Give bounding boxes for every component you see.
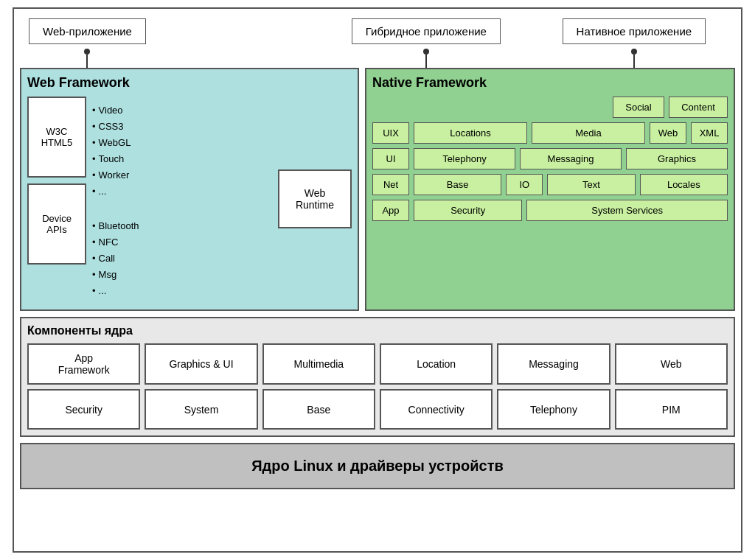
app-types-row: Web-приложение Гибридное приложение Нати… — [14, 9, 741, 68]
hybrid-dot — [423, 49, 429, 55]
linux-bar: Ядро Linux и драйверы устройств — [20, 443, 735, 489]
nf-row2: UI Telephony Messaging Graphics — [372, 148, 728, 169]
nf-row3: Net Base IO Text Locales — [372, 174, 728, 195]
core-base: Base — [262, 389, 375, 430]
feature-touch: Touch — [92, 151, 272, 167]
core-system: System — [145, 389, 257, 430]
w3c-features: Video CSS3 WebGL Touch Worker ... — [92, 97, 272, 206]
feature-css3: CSS3 — [92, 119, 272, 135]
nf-text: Text — [547, 174, 635, 195]
nf-base: Base — [414, 174, 501, 195]
core-connectivity: Connectivity — [380, 389, 493, 430]
web-dot — [84, 49, 90, 55]
nf-system-services: System Services — [526, 200, 728, 221]
feature-nfc: NFC — [92, 234, 272, 251]
nf-io: IO — [506, 174, 543, 195]
core-row1: AppFramework Graphics & UI Multimedia Lo… — [27, 343, 728, 385]
feature-call: Call — [92, 251, 272, 267]
nf-web: Web — [650, 122, 686, 144]
nf-xml: XML — [691, 122, 728, 144]
feature-worker: Worker — [92, 167, 272, 183]
nf-app: App — [372, 200, 409, 221]
core-multimedia: Multimedia — [262, 343, 375, 385]
core-graphics-ui: Graphics & UI — [145, 343, 257, 385]
web-line — [86, 55, 88, 68]
core-web: Web — [615, 343, 728, 385]
core-section: Компоненты ядра AppFramework Graphics & … — [20, 317, 735, 437]
nf-content: Content — [669, 97, 728, 118]
nf-row1: UIX Locations Media Web XML — [372, 122, 728, 144]
core-title: Компоненты ядра — [27, 324, 728, 337]
nf-social: Social — [613, 97, 664, 118]
core-messaging: Messaging — [497, 343, 610, 385]
nf-grid: UIX Locations Media Web XML UI Telephony… — [372, 122, 728, 221]
feature-bluetooth: Bluetooth — [92, 218, 272, 234]
wf-middle: Video CSS3 WebGL Touch Worker ... Blueto… — [92, 97, 272, 301]
native-dot — [631, 49, 637, 55]
web-app-box: Web-приложение — [29, 18, 146, 44]
core-grid: AppFramework Graphics & UI Multimedia Lo… — [27, 343, 728, 430]
wf-right: WebRuntime — [278, 97, 352, 301]
nf-messaging: Messaging — [520, 148, 622, 169]
nf-locations: Locations — [414, 122, 527, 144]
nf-locales: Locales — [640, 174, 728, 195]
core-security: Security — [27, 389, 140, 430]
frameworks-row: Web Framework W3CHTML5 Device APIs Video… — [14, 68, 741, 311]
core-location: Location — [380, 343, 493, 385]
core-app-framework: AppFramework — [27, 343, 140, 385]
core-pim: PIM — [615, 389, 728, 430]
native-line — [633, 55, 635, 68]
native-framework-title: Native Framework — [372, 75, 728, 91]
feature-video: Video — [92, 102, 272, 119]
nf-graphics: Graphics — [626, 148, 728, 169]
nf-security: Security — [414, 200, 522, 221]
feature-ellipsis1: ... — [92, 183, 272, 200]
feature-ellipsis2: ... — [92, 283, 272, 299]
nf-ui: UI — [372, 148, 409, 169]
hybrid-app-box: Гибридное приложение — [352, 18, 501, 44]
nf-top-row: Social Content — [372, 97, 728, 118]
device-features: Bluetooth NFC Call Msg ... — [92, 212, 272, 305]
native-app-box: Нативное приложение — [563, 18, 706, 44]
web-runtime-box: WebRuntime — [278, 169, 352, 228]
w3c-box: W3CHTML5 — [27, 97, 86, 178]
feature-webgl: WebGL — [92, 135, 272, 151]
web-framework-title: Web Framework — [27, 75, 352, 91]
wf-left: W3CHTML5 Device APIs — [27, 97, 86, 301]
feature-msg: Msg — [92, 267, 272, 283]
nf-row4: App Security System Services — [372, 200, 728, 221]
core-row2: Security System Base Connectivity Teleph… — [27, 389, 728, 430]
core-telephony: Telephony — [497, 389, 610, 430]
wf-content: W3CHTML5 Device APIs Video CSS3 WebGL To… — [27, 97, 352, 301]
nf-uix: UIX — [372, 122, 409, 144]
device-apis-box: Device APIs — [27, 183, 86, 265]
native-framework: Native Framework Social Content UIX Loca… — [365, 68, 735, 311]
nf-net: Net — [372, 174, 409, 195]
main-container: Web-приложение Гибридное приложение Нати… — [13, 7, 742, 553]
nf-media: Media — [532, 122, 645, 144]
hybrid-line — [425, 55, 427, 68]
nf-telephony: Telephony — [414, 148, 515, 169]
web-framework: Web Framework W3CHTML5 Device APIs Video… — [20, 68, 359, 311]
